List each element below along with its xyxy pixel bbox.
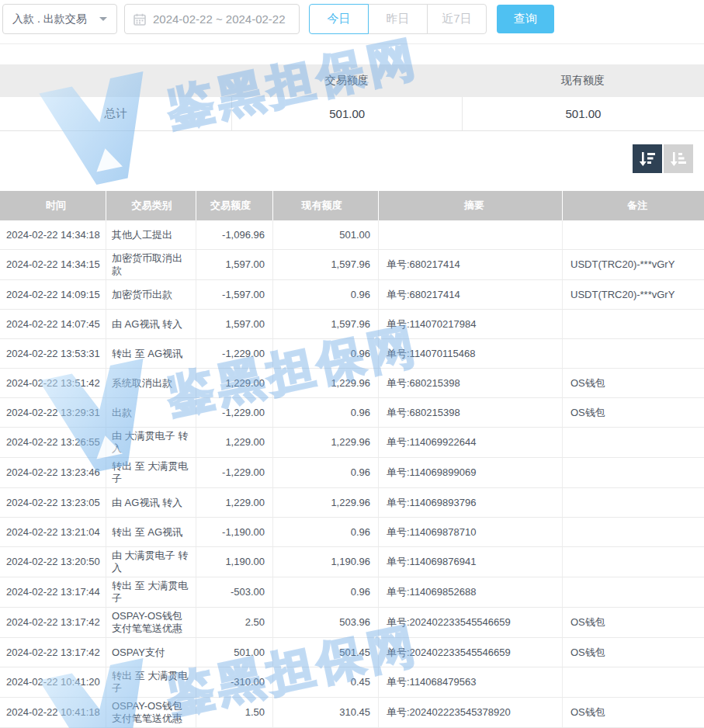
- cell-remark: [563, 547, 704, 577]
- table-row: 2024-02-22 13:53:31转出 至 AG视讯-1,229.000.9…: [0, 339, 704, 369]
- table-row: 2024-02-22 10:41:18OSPAY-OS钱包支付笔笔送优惠1.50…: [0, 698, 704, 728]
- today-button[interactable]: 今日: [309, 4, 369, 34]
- cell-summary: 单号:202402233545546659: [379, 638, 563, 667]
- cell-type: OSPAY支付: [106, 638, 196, 667]
- table-row: 2024-02-22 13:20:50由 大满贯电子 转入1,190.001,1…: [0, 547, 704, 577]
- cell-type: 转出 至 大满贯电子: [106, 458, 196, 487]
- cell-time: 2024-02-22 14:09:15: [0, 280, 106, 309]
- summary-total-current-amount: 501.00: [462, 97, 704, 130]
- cell-transaction-amount: 1,597.00: [196, 250, 273, 279]
- cell-type: 转出 至 AG视讯: [106, 518, 196, 546]
- cell-type: 加密货币取消出款: [106, 250, 196, 279]
- cell-time: 2024-02-22 10:41:20: [0, 667, 106, 697]
- query-button[interactable]: 查询: [497, 5, 554, 33]
- cell-summary: 单号:114069899069: [379, 458, 563, 487]
- cell-current-amount: 0.96: [273, 339, 379, 368]
- cell-transaction-amount: 1,229.00: [196, 488, 273, 517]
- chevron-down-icon: [99, 17, 107, 25]
- cell-time: 2024-02-22 13:23:05: [0, 488, 106, 517]
- cell-current-amount: 1,229.96: [273, 428, 379, 457]
- date-range-value: 2024-02-22 ~ 2024-02-22: [153, 12, 286, 26]
- column-header-summary: 摘要: [379, 191, 563, 220]
- cell-current-amount: 0.96: [273, 458, 379, 487]
- column-header-transaction-amount: 交易额度: [196, 191, 273, 220]
- cell-transaction-amount: -310.00: [196, 667, 273, 697]
- cell-time: 2024-02-22 13:21:04: [0, 518, 106, 546]
- cell-time: 2024-02-22 13:17:44: [0, 577, 106, 607]
- transaction-type-select[interactable]: 入款 . 出款交易: [2, 4, 117, 34]
- sort-ascending-button[interactable]: [664, 144, 693, 173]
- sort-descending-button[interactable]: [633, 144, 662, 173]
- cell-current-amount: 1,229.96: [273, 369, 379, 397]
- cell-type: 由 AG视讯 转入: [106, 310, 196, 338]
- cell-time: 2024-02-22 13:17:42: [0, 608, 106, 637]
- cell-transaction-amount: -1,229.00: [196, 458, 273, 487]
- cell-transaction-amount: 1.50: [196, 698, 273, 727]
- cell-summary: 单号:680217414: [379, 250, 563, 279]
- cell-time: 2024-02-22 13:29:31: [0, 398, 106, 427]
- cell-current-amount: 1,597.96: [273, 310, 379, 338]
- column-header-current-amount: 现有额度: [273, 191, 379, 220]
- cell-time: 2024-02-22 13:17:42: [0, 638, 106, 667]
- cell-type: OSPAY-OS钱包支付笔笔送优惠: [106, 608, 196, 637]
- sort-bar: [0, 144, 704, 173]
- cell-transaction-amount: -1,229.00: [196, 339, 273, 368]
- transactions-table-header: 时间 交易类别 交易额度 现有额度 摘要 备注: [0, 191, 704, 220]
- cell-summary: 单号:680215398: [379, 369, 563, 397]
- cell-remark: [563, 458, 704, 487]
- last-7-days-button[interactable]: 近7日: [427, 4, 487, 34]
- cell-current-amount: 501.45: [273, 638, 379, 667]
- cell-summary: 单号:114069893796: [379, 488, 563, 517]
- cell-transaction-amount: 2.50: [196, 608, 273, 637]
- cell-current-amount: 0.45: [273, 667, 379, 697]
- cell-type: 转出 至 大满贯电子: [106, 577, 196, 607]
- cell-summary: 单号:202402223545378920: [379, 698, 563, 727]
- cell-remark: [563, 428, 704, 457]
- table-row: 2024-02-22 13:26:55由 大满贯电子 转入1,229.001,2…: [0, 428, 704, 458]
- cell-remark: USDT(TRC20)-***vGrY: [563, 250, 704, 279]
- cell-summary: 单号:114069878710: [379, 518, 563, 546]
- date-range-input[interactable]: 2024-02-22 ~ 2024-02-22: [124, 4, 300, 34]
- cell-summary: 单号:114069852688: [379, 577, 563, 607]
- cell-type: 由 大满贯电子 转入: [106, 547, 196, 577]
- cell-current-amount: 1,597.96: [273, 250, 379, 279]
- cell-type: 由 大满贯电子 转入: [106, 428, 196, 457]
- table-row: 2024-02-22 13:51:42系统取消出款1,229.001,229.9…: [0, 369, 704, 398]
- yesterday-button[interactable]: 昨日: [368, 4, 428, 34]
- summary-header-empty: [0, 64, 231, 97]
- cell-time: 2024-02-22 13:51:42: [0, 369, 106, 397]
- cell-type: 由 AG视讯 转入: [106, 488, 196, 517]
- calendar-icon: [134, 13, 146, 26]
- cell-transaction-amount: 1,229.00: [196, 428, 273, 457]
- toolbar: 入款 . 出款交易 2024-02-22 ~ 2024-02-22 今日 昨日 …: [0, 0, 704, 44]
- cell-remark: [563, 667, 704, 697]
- summary-total-label: 总计: [0, 97, 231, 130]
- cell-time: 2024-02-22 10:41:18: [0, 698, 106, 727]
- cell-current-amount: 1,190.96: [273, 547, 379, 577]
- transactions-table-body: 2024-02-22 14:34:18其他人工提出-1,096.96501.00…: [0, 220, 704, 728]
- cell-remark: OS钱包: [563, 698, 704, 727]
- table-row: 2024-02-22 13:29:31出款-1,229.000.96单号:680…: [0, 398, 704, 428]
- cell-transaction-amount: 1,229.00: [196, 369, 273, 397]
- cell-remark: [563, 339, 704, 368]
- quick-range-button-group: 今日 昨日 近7日: [309, 4, 487, 34]
- cell-time: 2024-02-22 14:34:18: [0, 220, 106, 249]
- cell-current-amount: 503.96: [273, 608, 379, 637]
- cell-time: 2024-02-22 14:07:45: [0, 310, 106, 338]
- cell-summary: 单号:114069876941: [379, 547, 563, 577]
- table-row: 2024-02-22 14:34:15加密货币取消出款1,597.001,597…: [0, 250, 704, 280]
- cell-type: OSPAY-OS钱包支付笔笔送优惠: [106, 698, 196, 727]
- cell-transaction-amount: -1,597.00: [196, 280, 273, 309]
- cell-summary: 单号:114070115468: [379, 339, 563, 368]
- cell-transaction-amount: 1,597.00: [196, 310, 273, 338]
- table-row: 2024-02-22 13:21:04转出 至 AG视讯-1,190.000.9…: [0, 518, 704, 547]
- cell-transaction-amount: 1,190.00: [196, 547, 273, 577]
- table-row: 2024-02-22 13:23:05由 AG视讯 转入1,229.001,22…: [0, 488, 704, 518]
- summary-total-transaction-amount: 501.00: [231, 97, 462, 130]
- transactions-page: 入款 . 出款交易 2024-02-22 ~ 2024-02-22 今日 昨日 …: [0, 0, 704, 728]
- cell-remark: [563, 220, 704, 249]
- cell-type: 系统取消出款: [106, 369, 196, 397]
- cell-summary: 单号:114068479563: [379, 667, 563, 697]
- cell-current-amount: 0.96: [273, 398, 379, 427]
- cell-summary: 单号:680215398: [379, 398, 563, 427]
